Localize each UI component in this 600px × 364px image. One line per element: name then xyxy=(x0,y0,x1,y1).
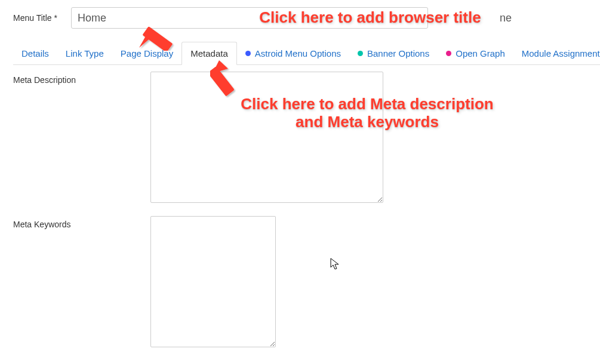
tab-module-assignment[interactable]: Module Assignment xyxy=(513,42,600,64)
meta-keywords-textarea[interactable] xyxy=(150,216,276,347)
meta-description-textarea[interactable] xyxy=(150,72,383,203)
menu-title-label: Menu Title * xyxy=(13,13,64,23)
tab-label: Banner Options xyxy=(367,48,429,58)
tab-page-display[interactable]: Page Display xyxy=(112,42,181,64)
partial-text-right: ne xyxy=(500,12,512,24)
form-body: Meta Description Meta Keywords xyxy=(13,72,587,360)
tab-label: Metadata xyxy=(190,48,228,58)
meta-keywords-label: Meta Keywords xyxy=(13,216,150,347)
dot-icon xyxy=(245,51,251,56)
tab-label: Details xyxy=(21,48,49,58)
tab-open-graph[interactable]: Open Graph xyxy=(438,42,513,64)
tab-banner-options[interactable]: Banner Options xyxy=(349,42,438,64)
tab-link-type[interactable]: Link Type xyxy=(57,42,112,64)
meta-description-label: Meta Description xyxy=(13,72,150,203)
dot-icon xyxy=(358,51,363,56)
tab-label: Module Assignment xyxy=(522,48,600,58)
menu-title-input[interactable] xyxy=(71,7,428,29)
meta-keywords-row: Meta Keywords xyxy=(13,216,587,347)
menu-title-row: Menu Title * xyxy=(13,7,428,29)
tab-label: Page Display xyxy=(121,48,173,58)
tab-label: Link Type xyxy=(66,48,104,58)
dot-icon xyxy=(446,51,451,56)
tab-label: Open Graph xyxy=(456,48,505,58)
tab-astroid-menu-options[interactable]: Astroid Menu Options xyxy=(237,42,349,64)
tab-label: Astroid Menu Options xyxy=(255,48,341,58)
tab-details[interactable]: Details xyxy=(13,42,57,64)
page: Menu Title * ne Details Link Type Page D… xyxy=(0,0,600,364)
meta-description-row: Meta Description xyxy=(13,72,587,203)
tabs-bar: Details Link Type Page Display Metadata … xyxy=(13,42,600,65)
tab-metadata[interactable]: Metadata xyxy=(181,42,237,65)
